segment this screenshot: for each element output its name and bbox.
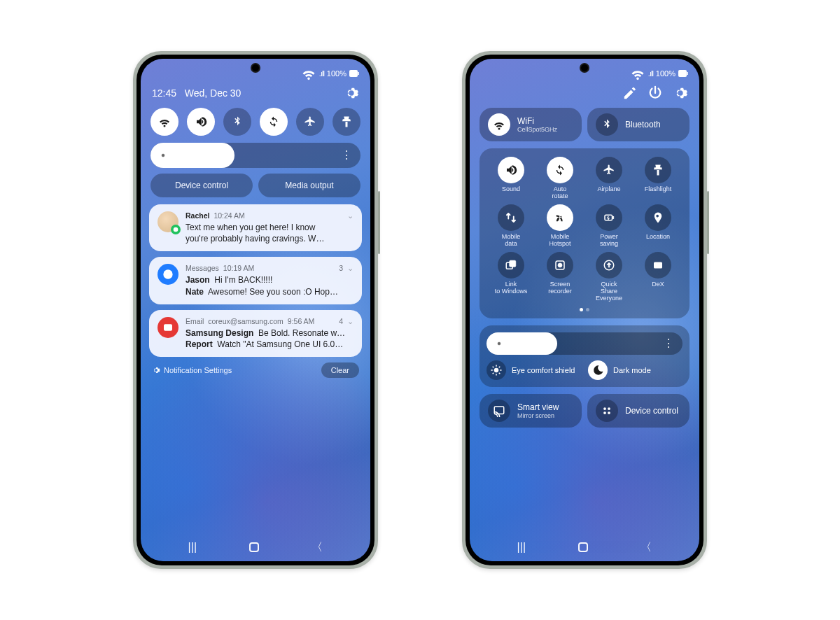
front-camera (581, 64, 588, 71)
quick-share-tile[interactable]: QuickShare Everyone (588, 252, 630, 302)
bluetooth-toggle[interactable] (223, 108, 251, 136)
location-tile[interactable]: Location (637, 204, 679, 248)
power-saving-tile[interactable]: Powersaving (588, 204, 630, 248)
quick-share-icon (596, 252, 622, 279)
wifi-toggle[interactable]: WiFiCellSpot5GHz (479, 108, 582, 141)
signal-status-icon: .ıll (648, 69, 653, 78)
svg-rect-19 (687, 72, 689, 75)
device-control-button[interactable]: Device control (587, 394, 690, 428)
cast-icon (488, 400, 510, 422)
navigation-bar: ||| 〈 (141, 533, 370, 561)
home-button[interactable] (578, 542, 588, 552)
navigation-bar: ||| 〈 (470, 533, 699, 561)
brightness-low-icon (159, 151, 167, 160)
sound-toggle[interactable] (187, 108, 215, 136)
auto-rotate-toggle[interactable] (260, 108, 288, 136)
panel-header: 12:45 Wed, Dec 30 (141, 84, 370, 108)
quick-settings-grid: Sound Autorotate Airplane Flashlight Mob… (479, 148, 690, 318)
back-button[interactable]: 〈 (640, 540, 652, 555)
wifi-toggle[interactable] (150, 108, 178, 136)
bluetooth-toggle[interactable]: Bluetooth (587, 108, 690, 141)
dark-mode-toggle[interactable]: Dark mode (588, 360, 682, 380)
wifi-status-icon (301, 66, 316, 81)
mobile-data-tile[interactable]: Mobiledata (490, 204, 532, 248)
sound-tile[interactable]: Sound (490, 157, 532, 200)
notification-card[interactable]: Rachel10:24 AM⌄ Text me when you get her… (149, 204, 362, 251)
power-saving-icon (596, 204, 622, 231)
notification-settings-link[interactable]: Notification Settings (152, 366, 232, 374)
airplane-icon (596, 157, 622, 183)
mobile-data-icon (498, 204, 524, 231)
moon-icon (588, 360, 608, 380)
phone-right: .ıll 100% WiFiCellSpot5GHz Bluetooth (462, 51, 707, 569)
page-indicator[interactable] (486, 307, 682, 316)
link-windows-icon (498, 252, 524, 279)
brightness-slider[interactable]: ⋮ (486, 332, 682, 355)
airplane-toggle[interactable] (296, 108, 324, 136)
power-button[interactable] (648, 85, 663, 101)
notification-card[interactable]: Emailcoreux@samsung.com9:56 AM4⌄ Samsung… (149, 310, 362, 357)
status-bar: .ıll 100% (470, 59, 699, 84)
screen-recorder-icon (547, 252, 573, 279)
mobile-hotspot-icon (547, 204, 573, 231)
back-button[interactable]: 〈 (312, 540, 323, 555)
airplane-tile[interactable]: Airplane (588, 157, 630, 200)
battery-percent: 100% (656, 69, 676, 78)
panel-header (470, 84, 699, 108)
link-windows-tile[interactable]: Linkto Windows (490, 252, 532, 302)
battery-percent: 100% (327, 69, 346, 78)
eye-comfort-icon (486, 360, 506, 380)
battery-icon (678, 70, 688, 77)
auto-rotate-icon (547, 157, 573, 183)
recents-button[interactable]: ||| (188, 541, 197, 554)
bluetooth-icon (596, 113, 618, 136)
clear-button[interactable]: Clear (321, 362, 359, 378)
eye-comfort-toggle[interactable]: Eye comfort shield (486, 360, 581, 380)
wifi-icon (488, 113, 510, 136)
svg-rect-17 (358, 72, 360, 75)
home-button[interactable] (249, 542, 259, 552)
flashlight-icon (645, 157, 671, 183)
wifi-status-icon (630, 66, 645, 81)
display-panel: ⋮ Eye comfort shield Dark mode (479, 325, 690, 387)
brightness-slider[interactable]: ⋮ (150, 143, 360, 168)
signal-status-icon: .ıll (319, 69, 324, 78)
flashlight-toggle[interactable] (332, 108, 360, 136)
media-output-button[interactable]: Media output (258, 174, 360, 197)
dex-icon (645, 252, 671, 279)
dex-tile[interactable]: DeX (637, 252, 679, 302)
location-icon (645, 204, 671, 231)
sound-icon (498, 157, 524, 183)
smart-view-button[interactable]: Smart viewMirror screen (479, 394, 582, 428)
svg-rect-18 (678, 70, 687, 77)
edit-button[interactable] (622, 85, 638, 101)
settings-button[interactable] (673, 85, 688, 101)
flashlight-tile[interactable]: Flashlight (637, 157, 679, 200)
recents-button[interactable]: ||| (517, 541, 526, 554)
clock: 12:45 (152, 87, 176, 99)
status-bar: .ıll 100% (141, 59, 370, 84)
battery-icon (349, 70, 359, 77)
phone-left: .ıll 100% 12:45 Wed, Dec 30 ⋮ Device con… (133, 51, 378, 569)
front-camera (252, 64, 259, 71)
screen-recorder-tile[interactable]: Screenrecorder (539, 252, 581, 302)
device-control-button[interactable]: Device control (150, 174, 253, 197)
notification-card[interactable]: Messages10:19 AM3⌄ Jason Hi I'm BACK!!!!… (149, 257, 362, 304)
gear-icon (152, 366, 160, 374)
settings-button[interactable] (344, 85, 359, 101)
date: Wed, Dec 30 (185, 87, 241, 99)
auto-rotate-tile[interactable]: Autorotate (539, 157, 581, 200)
mobile-hotspot-tile[interactable]: MobileHotspot (539, 204, 581, 248)
grid-icon (596, 400, 618, 422)
brightness-low-icon (495, 339, 503, 348)
svg-rect-16 (349, 70, 358, 77)
